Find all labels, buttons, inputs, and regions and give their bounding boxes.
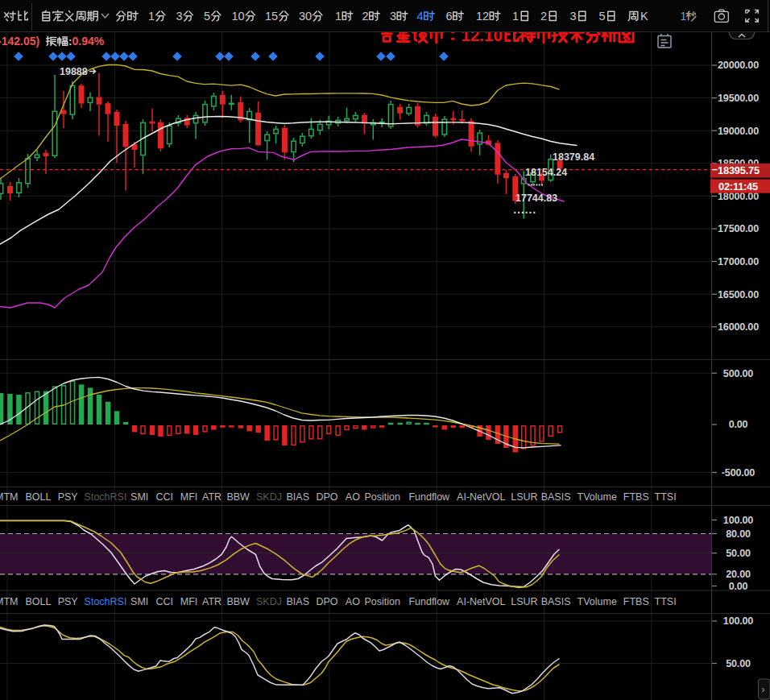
svg-text:BOLL: BOLL	[25, 491, 51, 503]
svg-text:3: 3	[570, 10, 577, 23]
svg-text:80.00: 80.00	[726, 528, 751, 540]
svg-text:500.00: 500.00	[723, 368, 754, 379]
svg-text:CCI: CCI	[156, 596, 174, 607]
svg-text:1: 1	[681, 10, 687, 23]
svg-text:10: 10	[232, 10, 245, 23]
svg-text:100.00: 100.00	[723, 515, 754, 526]
svg-text:MTM: MTM	[0, 596, 18, 607]
svg-text:MFI: MFI	[180, 491, 198, 503]
svg-text:3: 3	[390, 10, 396, 23]
svg-text:6: 6	[446, 10, 453, 23]
svg-text:0.00: 0.00	[729, 419, 748, 430]
svg-text:ATR: ATR	[202, 596, 221, 607]
svg-text:-142.05): -142.05)	[0, 35, 39, 48]
svg-text:1: 1	[148, 10, 155, 23]
svg-text:FTBS: FTBS	[623, 596, 649, 607]
svg-text:BBW: BBW	[226, 596, 250, 607]
svg-text:MTM: MTM	[0, 491, 18, 503]
svg-text:SMI: SMI	[130, 491, 148, 503]
svg-text:19500.00: 19500.00	[718, 93, 759, 104]
svg-text:0.00: 0.00	[729, 581, 748, 592]
svg-text:100.00: 100.00	[723, 615, 754, 627]
svg-text:TVolume: TVolume	[578, 491, 617, 503]
svg-text:SKDJ: SKDJ	[256, 596, 282, 607]
svg-text:SMI: SMI	[130, 596, 148, 607]
svg-text:16500.00: 16500.00	[718, 289, 759, 300]
svg-text:-500.00: -500.00	[722, 467, 756, 478]
svg-text:2: 2	[540, 10, 547, 23]
svg-text:BBW: BBW	[226, 491, 250, 503]
svg-text:SKDJ: SKDJ	[256, 491, 282, 503]
svg-text:20.00: 20.00	[726, 569, 751, 580]
svg-text:17000.00: 17000.00	[718, 256, 759, 267]
svg-text:DPO: DPO	[317, 491, 338, 503]
svg-text:LSUR: LSUR	[511, 596, 537, 607]
svg-text:02:11:45: 02:11:45	[718, 180, 758, 193]
svg-text:TTSI: TTSI	[655, 596, 677, 607]
svg-text:19888: 19888	[60, 66, 88, 77]
svg-text:BIAS: BIAS	[287, 491, 310, 503]
svg-text:17744.83: 17744.83	[515, 193, 557, 204]
svg-text:19000.00: 19000.00	[718, 126, 759, 137]
svg-text:Fundflow: Fundflow	[408, 596, 450, 607]
svg-text:5: 5	[204, 10, 210, 23]
svg-text:AO: AO	[346, 491, 360, 503]
svg-text:AI-NetVOL: AI-NetVOL	[457, 596, 505, 607]
svg-text:Fundflow: Fundflow	[408, 491, 450, 503]
svg-text:50.00: 50.00	[726, 548, 751, 559]
svg-text:›: ›	[762, 684, 765, 695]
svg-text:AO: AO	[346, 596, 360, 607]
svg-text:50.00: 50.00	[726, 658, 751, 669]
svg-text:CCI: CCI	[156, 491, 174, 503]
svg-text:1: 1	[335, 10, 342, 23]
svg-text:Position: Position	[364, 491, 400, 503]
svg-text:LSUR: LSUR	[511, 491, 537, 503]
svg-text:18379.84: 18379.84	[553, 151, 594, 163]
svg-text:AI-NetVOL: AI-NetVOL	[457, 491, 505, 503]
svg-text:3: 3	[176, 10, 183, 23]
svg-text:4: 4	[417, 10, 424, 23]
svg-text:BIAS: BIAS	[287, 596, 310, 607]
svg-text:18395.75: 18395.75	[718, 164, 760, 176]
svg-text:PSY: PSY	[58, 491, 79, 503]
svg-text:PSY: PSY	[58, 596, 79, 607]
svg-text:Position: Position	[364, 596, 400, 607]
svg-text:BASIS: BASIS	[541, 491, 571, 503]
svg-text:0.94%: 0.94%	[72, 35, 105, 48]
svg-text:20000.00: 20000.00	[718, 60, 759, 71]
svg-text:K: K	[640, 10, 648, 23]
svg-text:FTBS: FTBS	[623, 491, 649, 503]
svg-text:30: 30	[299, 10, 312, 23]
svg-text:15: 15	[265, 10, 278, 23]
svg-text:TVolume: TVolume	[578, 596, 617, 607]
svg-text:1: 1	[512, 10, 519, 23]
svg-text:BASIS: BASIS	[541, 596, 571, 607]
svg-text:DPO: DPO	[317, 596, 338, 607]
svg-text:MFI: MFI	[180, 596, 198, 607]
svg-text:12: 12	[476, 10, 489, 23]
svg-text:StochRSI: StochRSI	[85, 596, 127, 607]
svg-text:16000.00: 16000.00	[718, 321, 759, 333]
svg-text:17500.00: 17500.00	[718, 223, 759, 234]
svg-text:5: 5	[599, 10, 606, 23]
svg-text:2: 2	[362, 10, 369, 23]
svg-text:StochRSI: StochRSI	[85, 491, 127, 503]
svg-text:18154.24: 18154.24	[525, 167, 567, 178]
svg-text:BOLL: BOLL	[25, 596, 51, 607]
svg-text:TTSI: TTSI	[655, 491, 677, 503]
svg-text:ATR: ATR	[202, 491, 221, 503]
